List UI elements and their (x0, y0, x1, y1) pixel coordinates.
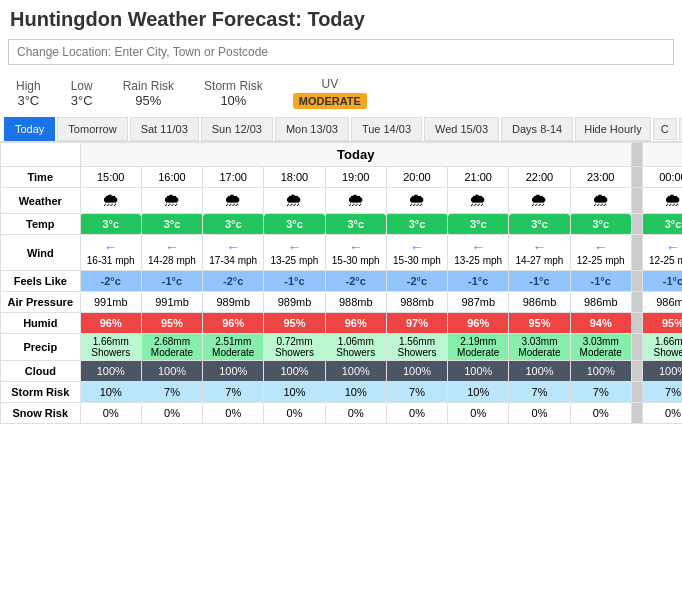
pressure-cell: 988mb (325, 292, 386, 313)
storm-label: Storm Risk (204, 79, 263, 93)
rain-label: Rain Risk (123, 79, 174, 93)
precip-cell: 2.68mmModerate (141, 334, 202, 361)
high-summary: High 3°C (16, 79, 41, 108)
humid-cell: 96% (448, 313, 509, 334)
low-summary: Low 3°C (71, 79, 93, 108)
temp-cell: 3°c (509, 214, 570, 235)
humid-cell: 95% (141, 313, 202, 334)
temp-cell: 3°c (642, 214, 682, 235)
cloud-cell: 100% (386, 361, 447, 382)
low-label: Low (71, 79, 93, 93)
cloud-cell: 100% (325, 361, 386, 382)
section-divider (631, 214, 642, 235)
hide-hourly-button[interactable]: Hide Hourly (575, 117, 650, 141)
section-divider (631, 271, 642, 292)
precip-cell: 0.72mmShowers (264, 334, 325, 361)
precip-cell: 2.19mmModerate (448, 334, 509, 361)
storm-cell: 7% (141, 382, 202, 403)
weather-icon-cell: 🌧 (264, 188, 325, 214)
wind-cell: ←14-27 mph (509, 235, 570, 271)
storm-cell: 7% (570, 382, 631, 403)
cloud-cell: 100% (203, 361, 264, 382)
nav-tabs: Today Tomorrow Sat 11/03 Sun 12/03 Mon 1… (0, 117, 682, 142)
pressure-cell: 988mb (386, 292, 447, 313)
snow-cell: 0% (509, 403, 570, 424)
rain-summary: Rain Risk 95% (123, 79, 174, 108)
feels-cell: -2°c (325, 271, 386, 292)
low-value: 3°C (71, 93, 93, 108)
cloud-cell: 100% (642, 361, 682, 382)
cloud-cell: 100% (570, 361, 631, 382)
high-value: 3°C (16, 93, 41, 108)
tab-wed[interactable]: Wed 15/03 (424, 117, 499, 141)
wind-cell: ←12-25 mph (570, 235, 631, 271)
location-input-bar[interactable] (8, 39, 674, 65)
tab-days[interactable]: Days 8-14 (501, 117, 573, 141)
storm-cell: 7% (203, 382, 264, 403)
humid-cell: 95% (509, 313, 570, 334)
snow-cell: 0% (264, 403, 325, 424)
storm-cell: 10% (264, 382, 325, 403)
snow-cell: 0% (203, 403, 264, 424)
table-cell: 22:00 (509, 167, 570, 188)
temp-cell: 3°c (203, 214, 264, 235)
tab-mon[interactable]: Mon 13/03 (275, 117, 349, 141)
temp-cell: 3°c (264, 214, 325, 235)
table-cell: 21:00 (448, 167, 509, 188)
row-label: Temp (1, 214, 81, 235)
snow-cell: 0% (141, 403, 202, 424)
storm-cell: 10% (325, 382, 386, 403)
table-cell: 17:00 (203, 167, 264, 188)
high-label: High (16, 79, 41, 93)
temp-cell: 3°c (325, 214, 386, 235)
row-label: Humid (1, 313, 81, 334)
location-input[interactable] (17, 45, 665, 59)
humid-cell: 96% (80, 313, 141, 334)
tab-tue[interactable]: Tue 14/03 (351, 117, 422, 141)
wind-cell: ←13-25 mph (448, 235, 509, 271)
weather-icon-cell: 🌧 (642, 188, 682, 214)
weather-icon-cell: 🌧 (570, 188, 631, 214)
humid-cell: 94% (570, 313, 631, 334)
snow-cell: 0% (80, 403, 141, 424)
storm-cell: 10% (448, 382, 509, 403)
unit-fahrenheit[interactable]: F (679, 118, 682, 140)
tab-today[interactable]: Today (4, 117, 55, 141)
table-cell: 23:00 (570, 167, 631, 188)
temp-cell: 3°c (386, 214, 447, 235)
table-cell: 00:00 (642, 167, 682, 188)
tab-sat[interactable]: Sat 11/03 (130, 117, 199, 141)
uv-badge: MODERATE (293, 93, 367, 109)
cloud-cell: 100% (141, 361, 202, 382)
pressure-cell: 986mb (642, 292, 682, 313)
cloud-cell: 100% (264, 361, 325, 382)
pressure-cell: 987mb (448, 292, 509, 313)
precip-cell: 3.03mmModerate (570, 334, 631, 361)
cloud-cell: 100% (80, 361, 141, 382)
tab-tomorrow[interactable]: Tomorrow (57, 117, 127, 141)
row-label: Feels Like (1, 271, 81, 292)
section-divider (631, 167, 642, 188)
storm-cell: 10% (80, 382, 141, 403)
precip-cell: 1.56mmShowers (386, 334, 447, 361)
uv-label: UV (293, 77, 367, 91)
section-divider (631, 334, 642, 361)
section-divider (631, 382, 642, 403)
tab-sun[interactable]: Sun 12/03 (201, 117, 273, 141)
humid-cell: 95% (264, 313, 325, 334)
storm-summary: Storm Risk 10% (204, 79, 263, 108)
uv-summary: UV MODERATE (293, 77, 367, 109)
unit-celsius[interactable]: C (653, 118, 677, 140)
temp-cell: 3°c (141, 214, 202, 235)
pressure-cell: 989mb (203, 292, 264, 313)
precip-cell: 1.06mmShowers (325, 334, 386, 361)
weather-icon-cell: 🌧 (141, 188, 202, 214)
row-label: Snow Risk (1, 403, 81, 424)
wind-cell: ←13-25 mph (264, 235, 325, 271)
snow-cell: 0% (386, 403, 447, 424)
row-label: Time (1, 167, 81, 188)
table-cell: 20:00 (386, 167, 447, 188)
rain-value: 95% (123, 93, 174, 108)
feels-cell: -2°c (203, 271, 264, 292)
feels-cell: -2°c (80, 271, 141, 292)
